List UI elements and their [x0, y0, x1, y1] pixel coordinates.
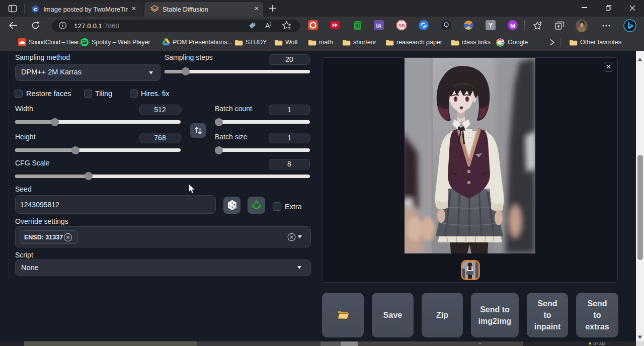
- svg-text:C: C: [34, 7, 37, 12]
- svg-text:Y: Y: [489, 22, 493, 29]
- svg-text:AD: AD: [398, 23, 405, 28]
- svg-text:M: M: [510, 23, 515, 29]
- svg-text:IA: IA: [376, 23, 382, 29]
